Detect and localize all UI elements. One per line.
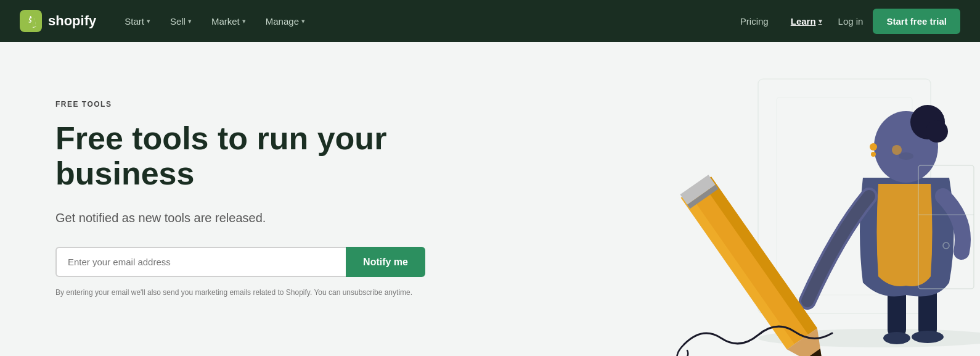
nav-pricing[interactable]: Pricing bbox=[734, 11, 775, 31]
svg-rect-16 bbox=[702, 176, 817, 334]
svg-point-5 bbox=[883, 332, 910, 344]
svg-point-13 bbox=[871, 152, 876, 157]
logo-text: shopify bbox=[48, 13, 96, 29]
email-input[interactable] bbox=[55, 247, 346, 277]
navbar: shopify Start ▾ Sell ▾ Market ▾ Manage ▾… bbox=[0, 0, 980, 42]
svg-point-10 bbox=[892, 145, 902, 155]
nav-links: Start ▾ Sell ▾ Market ▾ Manage ▾ bbox=[116, 11, 314, 31]
hero-subtitle: Get notified as new tools are released. bbox=[55, 209, 475, 227]
svg-point-9 bbox=[926, 120, 948, 143]
nav-manage[interactable]: Manage ▾ bbox=[257, 11, 314, 31]
hero-section: FREE TOOLS Free tools to run your busine… bbox=[0, 42, 980, 356]
shopify-logo-icon bbox=[20, 10, 42, 32]
disclaimer-text: By entering your email we'll also send y… bbox=[55, 287, 413, 298]
nav-logo[interactable]: shopify bbox=[20, 10, 96, 32]
hero-content: FREE TOOLS Free tools to run your busine… bbox=[55, 100, 475, 298]
nav-right: Pricing Learn ▾ Log in Start free trial bbox=[734, 9, 960, 34]
notify-button[interactable]: Notify me bbox=[346, 247, 425, 277]
nav-learn[interactable]: Learn ▾ bbox=[785, 11, 828, 31]
svg-point-6 bbox=[912, 331, 944, 343]
nav-start[interactable]: Start ▾ bbox=[116, 11, 159, 31]
nav-market[interactable]: Market ▾ bbox=[203, 11, 255, 31]
svg-point-11 bbox=[899, 152, 913, 160]
chevron-down-icon: ▾ bbox=[147, 17, 150, 25]
chevron-down-icon: ▾ bbox=[301, 17, 305, 25]
hero-title: Free tools to run your business bbox=[55, 121, 475, 191]
nav-login[interactable]: Log in bbox=[838, 16, 864, 27]
hero-illustration bbox=[499, 42, 980, 356]
svg-point-12 bbox=[870, 143, 877, 151]
chevron-down-icon: ▾ bbox=[819, 17, 822, 25]
start-trial-button[interactable]: Start free trial bbox=[873, 9, 960, 34]
nav-sell[interactable]: Sell ▾ bbox=[161, 11, 200, 31]
chevron-down-icon: ▾ bbox=[188, 17, 192, 25]
illustration-svg bbox=[499, 42, 980, 356]
chevron-down-icon: ▾ bbox=[242, 17, 246, 25]
nav-left: shopify Start ▾ Sell ▾ Market ▾ Manage ▾ bbox=[20, 10, 314, 32]
email-form: Notify me bbox=[55, 247, 425, 277]
svg-rect-14 bbox=[681, 176, 817, 349]
eyebrow-label: FREE TOOLS bbox=[55, 100, 475, 109]
